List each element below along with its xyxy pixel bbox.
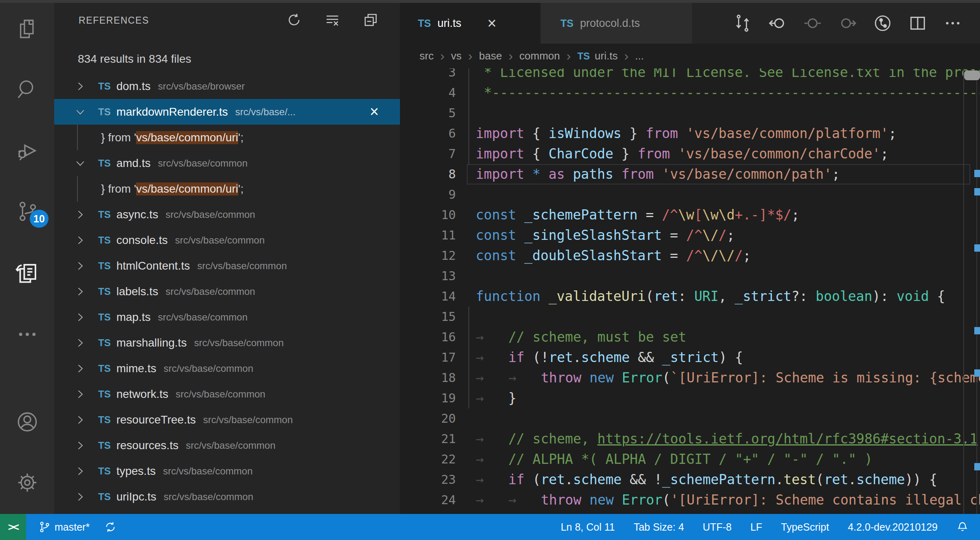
code-line[interactable]: 7import { CharCode } from 'vs/base/commo… xyxy=(400,144,980,164)
account-icon[interactable] xyxy=(0,402,54,442)
current-change-icon[interactable] xyxy=(803,14,822,33)
code-line[interactable]: 19→} xyxy=(400,388,980,408)
code-line[interactable]: 10const _schemePattern = /^\w[\w\d+.-]*$… xyxy=(400,205,980,225)
result-file-row[interactable]: TSmarkdownRenderer.tssrc/vs/base/...× xyxy=(54,99,400,125)
typescript-file-icon: TS xyxy=(98,158,111,169)
run-debug-icon[interactable] xyxy=(0,130,54,171)
code-line[interactable]: 13 xyxy=(400,266,980,286)
code-line[interactable]: 15 xyxy=(400,307,980,327)
explorer-icon[interactable] xyxy=(0,9,54,49)
line-content: →// scheme, https://tools.ietf.org/html/… xyxy=(476,429,978,449)
result-file-row[interactable]: TSmarshalling.tssrc/vs/base/common xyxy=(54,330,400,356)
clear-results-icon[interactable] xyxy=(324,12,341,28)
split-editor-icon[interactable] xyxy=(908,14,927,33)
result-file-row[interactable]: TSuriIpc.tssrc/vs/base/common xyxy=(54,484,400,509)
notifications-bell-icon[interactable] xyxy=(956,521,969,533)
code-line[interactable]: 14function _validateUri(ret: URI, _stric… xyxy=(400,286,980,307)
settings-gear-icon[interactable] xyxy=(0,462,54,503)
indentation[interactable]: Tab Size: 4 xyxy=(634,521,684,533)
chevron-right-icon[interactable] xyxy=(73,234,88,246)
breadcrumb-file[interactable]: uri.ts xyxy=(595,50,617,62)
refresh-icon[interactable] xyxy=(286,12,302,28)
vscode-window: 10 REFERENCES xyxy=(0,0,980,540)
cursor-position[interactable]: Ln 8, Col 11 xyxy=(561,521,615,533)
code-line[interactable]: 3 * Licensed under the MIT License. See … xyxy=(400,68,980,83)
result-file-row[interactable]: TSresourceTree.tssrc/vs/base/common xyxy=(54,407,400,432)
breadcrumb-symbol-tail[interactable]: ... xyxy=(635,50,644,62)
result-match-row[interactable]: } from 'vs/base/common/uri'; xyxy=(54,176,400,202)
chevron-down-icon[interactable] xyxy=(73,106,88,118)
result-match-row[interactable]: } from 'vs/base/common/uri'; xyxy=(54,125,400,150)
source-control-icon[interactable]: 10 xyxy=(0,191,54,232)
git-branch-item[interactable]: master* xyxy=(38,521,90,533)
code-line[interactable]: 5 xyxy=(400,103,980,123)
result-file-row[interactable]: TShtmlContent.tssrc/vs/base/common xyxy=(54,253,400,279)
line-number: 5 xyxy=(400,103,456,123)
result-file-row[interactable]: TSmime.tssrc/vs/base/common xyxy=(54,356,400,381)
remote-indicator[interactable]: >< xyxy=(0,514,26,540)
breadcrumb-item[interactable]: src xyxy=(420,50,434,62)
chevron-right-icon[interactable] xyxy=(73,311,88,323)
code-line[interactable]: 16→// scheme, must be set xyxy=(400,327,980,347)
chevron-right-icon[interactable] xyxy=(73,439,88,452)
tab-uri-ts[interactable]: TS uri.ts × xyxy=(400,3,540,44)
chevron-right-icon[interactable] xyxy=(73,260,88,272)
typescript-file-icon: TS xyxy=(98,363,111,374)
close-tab-icon[interactable]: × xyxy=(487,15,496,32)
search-icon[interactable] xyxy=(0,69,54,110)
more-actions-icon[interactable] xyxy=(943,14,962,33)
chevron-right-icon[interactable] xyxy=(73,285,88,298)
chevron-right-icon[interactable] xyxy=(73,80,88,92)
code-line[interactable]: 8import * as paths from 'vs/base/common/… xyxy=(400,164,980,184)
code-line[interactable]: 21→// scheme, https://tools.ietf.org/htm… xyxy=(400,429,980,449)
result-file-row[interactable]: TSamd.tssrc/vs/base/common xyxy=(54,150,400,176)
code-line[interactable]: 6import { isWindows } from 'vs/base/comm… xyxy=(400,123,980,144)
eol-sequence[interactable]: LF xyxy=(750,521,762,533)
code-line[interactable]: 9 xyxy=(400,184,980,205)
collapse-all-icon[interactable] xyxy=(363,12,379,28)
line-number: 3 xyxy=(400,68,456,83)
code-line[interactable]: 4 *-------------------------------------… xyxy=(400,83,980,103)
tab-protocol-d-ts[interactable]: TS protocol.d.ts xyxy=(541,3,692,44)
code-line[interactable]: 17→if (!ret.scheme && _strict) { xyxy=(400,347,980,368)
chevron-down-icon[interactable] xyxy=(73,157,88,169)
code-line[interactable]: 22→// ALPHA *( ALPHA / DIGIT / "+" / "-"… xyxy=(400,449,980,470)
chevron-right-icon[interactable] xyxy=(73,465,88,477)
code-editor[interactable]: 3 * Licensed under the MIT License. See … xyxy=(400,68,980,514)
result-file-row[interactable]: TSmap.tssrc/vs/base/common xyxy=(54,304,400,330)
code-line[interactable]: 12const _doubleSlashStart = /^\/\//; xyxy=(400,246,980,266)
timeline-graph-icon[interactable] xyxy=(873,14,892,33)
chevron-right-icon[interactable] xyxy=(73,209,88,221)
dismiss-result-icon[interactable]: × xyxy=(370,99,379,125)
more-views-icon[interactable] xyxy=(0,314,54,355)
code-line[interactable]: 24→→throw new Error('[UriError]: Scheme … xyxy=(400,490,980,510)
result-file-row[interactable]: TSresources.tssrc/vs/base/common xyxy=(54,432,400,458)
result-file-row[interactable]: TSdom.tssrc/vs/base/browser xyxy=(54,73,400,99)
references-view-icon[interactable] xyxy=(0,252,54,293)
breadcrumb-item[interactable]: vs xyxy=(451,50,461,62)
previous-change-icon[interactable] xyxy=(768,14,787,33)
chevron-right-icon[interactable] xyxy=(73,491,88,503)
code-line[interactable]: 18→→throw new Error(`[UriError]: Scheme … xyxy=(400,368,980,388)
sync-changes-item[interactable] xyxy=(104,521,116,533)
compare-changes-icon[interactable] xyxy=(733,14,752,33)
file-name: resources.ts xyxy=(116,439,179,452)
chevron-right-icon[interactable] xyxy=(73,414,88,426)
scrollbar-thumb[interactable] xyxy=(964,70,980,80)
code-line[interactable]: 23→if (ret.scheme && !_schemePattern.tes… xyxy=(400,470,980,490)
code-line[interactable]: 11const _singleSlashStart = /^\//; xyxy=(400,225,980,246)
next-change-icon[interactable] xyxy=(838,14,857,33)
code-line[interactable]: 20 xyxy=(400,408,980,429)
chevron-right-icon[interactable] xyxy=(73,388,88,400)
encoding[interactable]: UTF-8 xyxy=(703,521,732,533)
result-file-row[interactable]: TSasync.tssrc/vs/base/common xyxy=(54,202,400,227)
chevron-right-icon[interactable] xyxy=(73,362,88,375)
result-file-row[interactable]: TStypes.tssrc/vs/base/common xyxy=(54,458,400,484)
chevron-right-icon[interactable] xyxy=(73,337,88,349)
breadcrumb-item[interactable]: common xyxy=(519,50,560,62)
breadcrumb-item[interactable]: base xyxy=(479,50,502,62)
result-file-row[interactable]: TSlabels.tssrc/vs/base/common xyxy=(54,279,400,304)
result-file-row[interactable]: TSnetwork.tssrc/vs/base/common xyxy=(54,381,400,407)
language-mode[interactable]: TypeScript xyxy=(781,521,829,533)
result-file-row[interactable]: TSconsole.tssrc/vs/base/common xyxy=(54,227,400,253)
